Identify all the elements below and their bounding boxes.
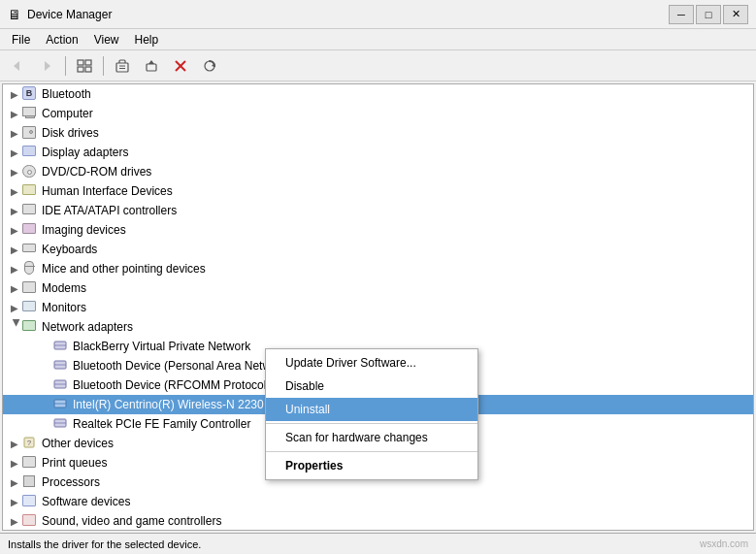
tree-item-mice[interactable]: ▶ Mice and other pointing devices bbox=[3, 259, 753, 278]
menu-file[interactable]: File bbox=[4, 31, 38, 49]
blackberry-vpn-label: BlackBerry Virtual Private Network bbox=[73, 340, 250, 353]
show-hidden-button[interactable] bbox=[71, 53, 98, 79]
toggle-display[interactable]: ▶ bbox=[7, 145, 22, 160]
print-queues-label: Print queues bbox=[42, 456, 107, 470]
computer-icon bbox=[22, 106, 38, 121]
keyboards-label: Keyboards bbox=[42, 243, 97, 256]
mice-label: Mice and other pointing devices bbox=[42, 262, 206, 276]
toggle-keyboards[interactable]: ▶ bbox=[7, 242, 22, 257]
toggle-monitors[interactable]: ▶ bbox=[7, 300, 22, 315]
svg-marker-1 bbox=[45, 61, 50, 71]
menu-action[interactable]: Action bbox=[38, 31, 85, 49]
uninstall-device-button[interactable] bbox=[167, 53, 194, 79]
tree-item-ide[interactable]: ▶ IDE ATA/ATAPI controllers bbox=[3, 201, 753, 220]
app-icon: 🖥 bbox=[8, 7, 21, 22]
tree-item-network-adapters[interactable]: ▶ Network adapters bbox=[3, 317, 753, 337]
update-driver-button[interactable] bbox=[138, 53, 165, 79]
tree-item-sound-video[interactable]: ▶ Sound, video and game controllers bbox=[3, 511, 753, 531]
svg-text:?: ? bbox=[27, 439, 32, 447]
ctx-separator bbox=[266, 423, 477, 424]
hid-icon bbox=[22, 183, 38, 199]
toggle-software[interactable]: ▶ bbox=[7, 494, 22, 509]
context-menu: Update Driver Software... Disable Uninst… bbox=[265, 348, 478, 480]
status-text: Installs the driver for the selected dev… bbox=[8, 538, 201, 550]
tree-item-imaging[interactable]: ▶ Imaging devices bbox=[3, 220, 753, 240]
tree-item-dvd[interactable]: ▶ DVD/CD-ROM drives bbox=[3, 162, 753, 181]
realtek-icon bbox=[53, 416, 69, 432]
ctx-properties[interactable]: Properties bbox=[266, 454, 477, 477]
toggle-print[interactable]: ▶ bbox=[7, 455, 22, 471]
close-button[interactable]: ✕ bbox=[723, 5, 748, 24]
toggle-computer[interactable]: ▶ bbox=[7, 106, 22, 121]
monitors-label: Monitors bbox=[42, 301, 86, 314]
tree-item-keyboards[interactable]: ▶ Keyboards bbox=[3, 240, 753, 259]
toggle-mice[interactable]: ▶ bbox=[7, 261, 22, 277]
other-devices-icon: ? bbox=[22, 436, 38, 451]
mice-icon bbox=[22, 261, 38, 277]
toolbar bbox=[0, 50, 756, 81]
svg-rect-4 bbox=[78, 67, 83, 72]
minimize-button[interactable]: ─ bbox=[669, 5, 694, 24]
toggle-bluetooth[interactable]: ▶ bbox=[7, 86, 22, 102]
toggle-ide[interactable]: ▶ bbox=[7, 203, 22, 218]
print-icon bbox=[22, 455, 38, 471]
toggle-network-adapters[interactable]: ▶ bbox=[7, 319, 22, 335]
keyboards-icon bbox=[22, 242, 38, 257]
sound-icon bbox=[22, 513, 38, 529]
dvd-icon bbox=[22, 164, 38, 179]
scan-hardware-button[interactable] bbox=[196, 53, 223, 79]
menu-help[interactable]: Help bbox=[127, 31, 167, 49]
svg-rect-6 bbox=[116, 63, 128, 72]
tree-item-computer[interactable]: ▶ Computer bbox=[3, 104, 753, 123]
modems-icon bbox=[22, 280, 38, 296]
toggle-processors[interactable]: ▶ bbox=[7, 474, 22, 490]
ide-icon bbox=[22, 203, 38, 218]
tree-item-bluetooth[interactable]: ▶ B Bluetooth bbox=[3, 84, 753, 104]
toolbar-separator-1 bbox=[65, 56, 66, 76]
tree-item-display-adapters[interactable]: ▶ Display adapters bbox=[3, 143, 753, 162]
properties-button[interactable] bbox=[109, 53, 136, 79]
title-bar-controls: ─ □ ✕ bbox=[669, 5, 748, 24]
blackberry-icon bbox=[53, 339, 69, 354]
intel-wireless-icon bbox=[53, 397, 69, 412]
toggle-imaging[interactable]: ▶ bbox=[7, 222, 22, 238]
dvd-label: DVD/CD-ROM drives bbox=[42, 165, 151, 179]
toggle-modems[interactable]: ▶ bbox=[7, 280, 22, 296]
tree-item-hid[interactable]: ▶ Human Interface Devices bbox=[3, 181, 753, 201]
bt-rfcomm-icon bbox=[53, 377, 69, 393]
ctx-uninstall[interactable]: Uninstall bbox=[266, 398, 477, 421]
computer-label: Computer bbox=[42, 107, 93, 120]
bluetooth-pan-label: Bluetooth Device (Personal Area Network) bbox=[73, 359, 291, 373]
back-button[interactable] bbox=[4, 53, 31, 79]
toggle-other[interactable]: ▶ bbox=[7, 436, 22, 451]
forward-button[interactable] bbox=[33, 53, 60, 79]
toggle-dvd[interactable]: ▶ bbox=[7, 164, 22, 179]
status-bar: Installs the driver for the selected dev… bbox=[0, 533, 756, 554]
svg-marker-10 bbox=[148, 60, 154, 64]
bluetooth-rfcomm-label: Bluetooth Device (RFCOMM Protocol TDI) bbox=[73, 378, 292, 392]
toggle-disk-drives[interactable]: ▶ bbox=[7, 125, 22, 141]
tree-item-monitors[interactable]: ▶ Monitors bbox=[3, 298, 753, 317]
monitors-icon bbox=[22, 300, 38, 315]
software-icon bbox=[22, 494, 38, 509]
hid-label: Human Interface Devices bbox=[42, 184, 173, 198]
tree-item-software-devices[interactable]: ▶ Software devices bbox=[3, 492, 753, 511]
ctx-update-driver[interactable]: Update Driver Software... bbox=[266, 351, 477, 375]
menu-view[interactable]: View bbox=[86, 31, 127, 49]
device-tree[interactable]: ▶ B Bluetooth ▶ Computer ▶ Dis bbox=[2, 83, 754, 531]
tree-item-disk-drives[interactable]: ▶ Disk drives bbox=[3, 123, 753, 143]
imaging-label: Imaging devices bbox=[42, 223, 126, 237]
svg-rect-2 bbox=[78, 60, 83, 65]
ctx-disable[interactable]: Disable bbox=[266, 375, 477, 398]
display-icon bbox=[22, 145, 38, 160]
watermark: wsxdn.com bbox=[700, 538, 748, 549]
maximize-button[interactable]: □ bbox=[696, 5, 721, 24]
bluetooth-label: Bluetooth bbox=[42, 87, 91, 101]
processors-icon bbox=[22, 474, 38, 490]
toggle-hid[interactable]: ▶ bbox=[7, 183, 22, 199]
tree-item-modems[interactable]: ▶ Modems bbox=[3, 278, 753, 298]
toolbar-separator-2 bbox=[103, 56, 104, 76]
menu-bar: File Action View Help bbox=[0, 29, 756, 50]
ctx-scan[interactable]: Scan for hardware changes bbox=[266, 426, 477, 449]
toggle-sound[interactable]: ▶ bbox=[7, 513, 22, 529]
